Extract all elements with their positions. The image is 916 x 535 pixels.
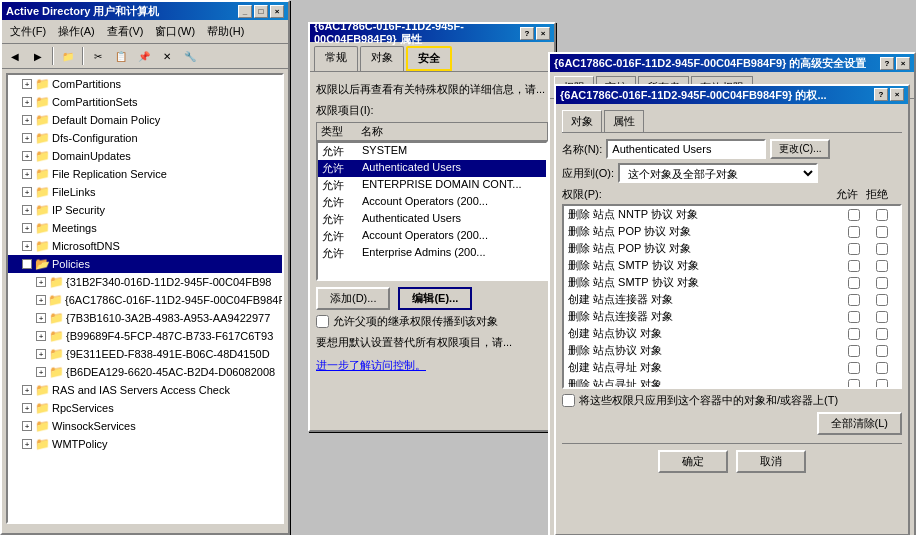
allow-pop1[interactable] xyxy=(840,226,868,238)
permissions-list[interactable]: 允许 SYSTEM 允许 Authenticated Users 允许 ENTE… xyxy=(316,141,548,281)
delete-btn[interactable]: ✕ xyxy=(156,46,178,66)
rights-tab-object[interactable]: 对象 xyxy=(562,110,602,132)
expand-icon[interactable]: + xyxy=(36,295,46,305)
perm-delete-addr[interactable]: 删除 站点寻址 对象 xyxy=(564,376,900,389)
allow-smtp2[interactable] xyxy=(840,277,868,289)
minimize-btn[interactable]: _ xyxy=(238,5,252,18)
perm-smtp2[interactable]: 删除 站点 SMTP 协议 对象 xyxy=(564,274,900,291)
expand-icon[interactable]: + xyxy=(22,241,32,251)
apply-only-checkbox[interactable] xyxy=(562,394,575,407)
rights-help-btn[interactable]: ? xyxy=(874,88,888,101)
tree-item-winsock[interactable]: + 📁 WinsockServices xyxy=(8,417,282,435)
apply-select[interactable]: 这个对象及全部子对象 xyxy=(618,163,818,183)
adv-help-btn[interactable]: ? xyxy=(880,57,894,70)
menu-help[interactable]: 帮助(H) xyxy=(201,22,250,41)
allow-create-conn[interactable] xyxy=(840,294,868,306)
maximize-btn[interactable]: □ xyxy=(254,5,268,18)
deny-create-conn[interactable] xyxy=(868,294,896,306)
allow-smtp1[interactable] xyxy=(840,260,868,272)
deny-delete-conn[interactable] xyxy=(868,311,896,323)
folder-btn[interactable]: 📁 xyxy=(57,46,79,66)
tree-item-filelinks[interactable]: + 📁 FileLinks xyxy=(8,183,282,201)
apply-only-row[interactable]: 将这些权限只应用到这个容器中的对象和/或容器上(T) xyxy=(562,393,902,408)
tree-pane[interactable]: + 📁 ComPartitions + 📁 ComPartitionSets +… xyxy=(6,73,284,524)
props-close-btn[interactable]: × xyxy=(536,27,550,40)
deny-create-proto[interactable] xyxy=(868,328,896,340)
expand-icon[interactable]: + xyxy=(36,313,46,323)
deny-create-addr[interactable] xyxy=(868,362,896,374)
deny-pop2[interactable] xyxy=(868,243,896,255)
tree-item-p5[interactable]: + 📁 {9E311EED-F838-491E-B06C-48D4150D xyxy=(8,345,282,363)
expand-icon[interactable]: + xyxy=(22,403,32,413)
tree-item-domainupdates[interactable]: + 📁 DomainUpdates xyxy=(8,147,282,165)
deny-delete-proto[interactable] xyxy=(868,345,896,357)
cancel-btn[interactable]: 取消 xyxy=(736,450,806,473)
tree-item-comparitions[interactable]: + 📁 ComPartitions xyxy=(8,75,282,93)
inherit-checkbox-row[interactable]: 允许父项的继承权限传播到该对象 xyxy=(316,314,548,329)
rights-tab-property[interactable]: 属性 xyxy=(604,110,644,132)
perm-create-conn[interactable]: 创建 站点连接器 对象 xyxy=(564,291,900,308)
allow-delete-conn[interactable] xyxy=(840,311,868,323)
tree-item-policies[interactable]: - 📂 Policies xyxy=(8,255,282,273)
allow-pop2[interactable] xyxy=(840,243,868,255)
perm-delete-conn[interactable]: 删除 站点连接器 对象 xyxy=(564,308,900,325)
expand-icon[interactable]: + xyxy=(22,385,32,395)
perm-pop1[interactable]: 删除 站点 POP 协议 对象 xyxy=(564,223,900,240)
expand-icon[interactable]: + xyxy=(22,187,32,197)
tree-item-meetings[interactable]: + 📁 Meetings xyxy=(8,219,282,237)
perm-row-enterprise[interactable]: 允许 ENTERPRISE DOMAIN CONT... xyxy=(318,177,546,194)
tab-object[interactable]: 对象 xyxy=(360,46,404,71)
tree-item-microsoftdns[interactable]: + 📁 MicrosoftDNS xyxy=(8,237,282,255)
deny-pop1[interactable] xyxy=(868,226,896,238)
perm-row-account-op1[interactable]: 允许 Account Operators (200... xyxy=(318,194,546,211)
perm-smtp1[interactable]: 删除 站点 SMTP 协议 对象 xyxy=(564,257,900,274)
tree-item-defaultdomain[interactable]: + 📁 Default Domain Policy xyxy=(8,111,282,129)
tree-item-rpcservices[interactable]: + 📁 RpcServices xyxy=(8,399,282,417)
perm-create-addr[interactable]: 创建 站点寻址 对象 xyxy=(564,359,900,376)
expand-icon[interactable]: + xyxy=(22,439,32,449)
expand-icon[interactable]: + xyxy=(36,349,46,359)
rights-close-btn[interactable]: × xyxy=(890,88,904,101)
allow-create-proto[interactable] xyxy=(840,328,868,340)
adv-close-btn[interactable]: × xyxy=(896,57,910,70)
tree-item-dfsconfiguration[interactable]: + 📁 Dfs-Configuration xyxy=(8,129,282,147)
perm-row-auth-users2[interactable]: 允许 Authenticated Users xyxy=(318,211,546,228)
expand-icon[interactable]: + xyxy=(22,421,32,431)
inherit-checkbox[interactable] xyxy=(316,315,329,328)
props-help-btn[interactable]: ? xyxy=(520,27,534,40)
expand-icon[interactable]: + xyxy=(22,169,32,179)
expand-icon[interactable]: + xyxy=(36,331,46,341)
menu-view[interactable]: 查看(V) xyxy=(101,22,150,41)
deny-smtp1[interactable] xyxy=(868,260,896,272)
perm-delete-proto[interactable]: 删除 站点协议 对象 xyxy=(564,342,900,359)
allow-create-addr[interactable] xyxy=(840,362,868,374)
menu-action[interactable]: 操作(A) xyxy=(52,22,101,41)
change-btn[interactable]: 更改(C)... xyxy=(770,139,830,159)
tree-item-ipsecurity[interactable]: + 📁 IP Security xyxy=(8,201,282,219)
expand-icon[interactable]: - xyxy=(22,259,32,269)
deny-delete-addr[interactable] xyxy=(868,379,896,390)
menu-file[interactable]: 文件(F) xyxy=(4,22,52,41)
perm-nntp[interactable]: 删除 站点 NNTP 协议 对象 xyxy=(564,206,900,223)
expand-icon[interactable]: + xyxy=(36,277,46,287)
allow-delete-addr[interactable] xyxy=(840,379,868,390)
allow-nntp[interactable] xyxy=(840,209,868,221)
tree-item-p1[interactable]: + 📁 {31B2F340-016D-11D2-945F-00C04FB98 xyxy=(8,273,282,291)
tree-item-p6[interactable]: + 📁 {B6DEA129-6620-45AC-B2D4-D06082008 xyxy=(8,363,282,381)
allow-delete-proto[interactable] xyxy=(840,345,868,357)
edit-btn[interactable]: 编辑(E)... xyxy=(398,287,472,310)
tab-security[interactable]: 安全 xyxy=(406,46,452,71)
expand-icon[interactable]: + xyxy=(22,97,32,107)
name-input[interactable] xyxy=(606,139,766,159)
add-btn[interactable]: 添加(D)... xyxy=(316,287,390,310)
tree-item-rasias[interactable]: + 📁 RAS and IAS Servers Access Check xyxy=(8,381,282,399)
cut-btn[interactable]: ✂ xyxy=(87,46,109,66)
ok-btn[interactable]: 确定 xyxy=(658,450,728,473)
tree-item-wmtpolicy[interactable]: + 📁 WMTPolicy xyxy=(8,435,282,453)
forward-btn[interactable]: ▶ xyxy=(27,46,49,66)
learn-more-link[interactable]: 进一步了解访问控制。 xyxy=(316,358,548,373)
perm-row-enterprise-admins[interactable]: 允许 Enterprise Admins (200... xyxy=(318,245,546,262)
tree-item-comparitionsets[interactable]: + 📁 ComPartitionSets xyxy=(8,93,282,111)
tree-item-p2[interactable]: + 📁 {6AC1786C-016F-11D2-945F-00C04FB984F… xyxy=(8,291,282,309)
perm-row-auth-users[interactable]: 允许 Authenticated Users xyxy=(318,160,546,177)
